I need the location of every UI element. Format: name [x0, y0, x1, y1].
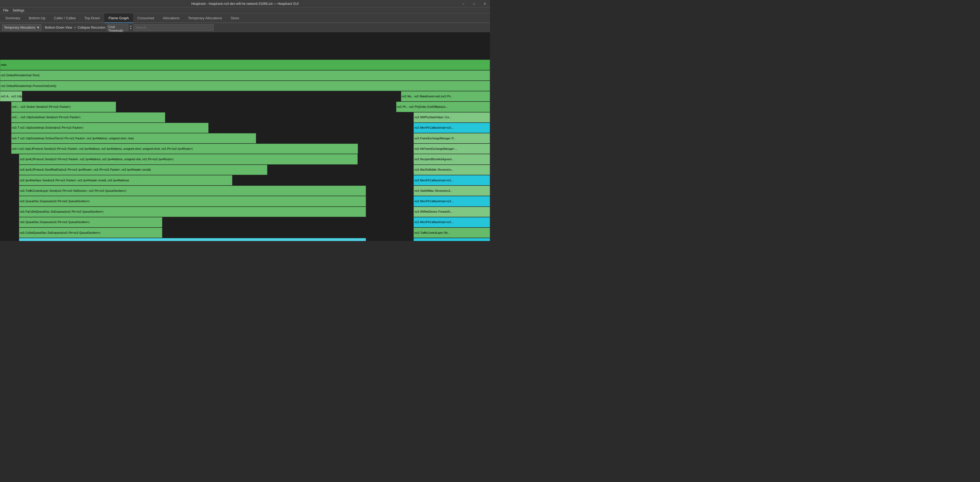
view-type-label: Bottom-Down View — [45, 26, 72, 29]
cost-threshold-input[interactable]: Cost Threshold: 0,10% — [107, 24, 128, 31]
maximize-button[interactable]: □ — [469, 0, 479, 8]
flame-block[interactable]: ns3::MemPtrCallbackImpl<ns3:... — [414, 196, 490, 206]
flame-block[interactable]: ns3::MemPtrCallbackImpl<ns3:... — [414, 238, 490, 241]
view-select-label: Temporary Allocations — [4, 26, 35, 29]
flame-block[interactable]: ns3::Ipv4L3Protocol::SendRealOut(ns3::Pt… — [19, 165, 267, 175]
tab-summary[interactable]: Summary — [1, 13, 25, 23]
window-controls: ─ □ ✕ — [458, 0, 490, 8]
flame-area: mainns3::DefaultSimulatorImpl::Run()ns3:… — [0, 32, 490, 241]
flame-block[interactable]: ns3::T ns3::UdpSocketImpl::DoSendTo(ns3:… — [11, 133, 256, 144]
tab-caller-callee[interactable]: Caller / Callee — [50, 13, 80, 23]
tab-bottom-up[interactable]: Bottom-Up — [25, 13, 50, 23]
flame-block[interactable]: ns3::DefaultSimulatorImpl::ProcessOneEve… — [0, 81, 490, 91]
flame-block[interactable]: ns3::... ns3::Socket::Send(ns3::Ptr<ns3:… — [11, 102, 116, 112]
flame-block[interactable]: ns3::MemPtrCallbackImpl<ns3:... — [414, 217, 490, 227]
flame-block[interactable]: ns3::T ns3::UdpSocketImpl::DoSend(ns3::P… — [11, 123, 208, 133]
flame-block[interactable]: ns3::CoDelQueueDisc::DoEnqueue(ns3::Ptr<… — [19, 228, 162, 238]
flame-block[interactable]: ns3::I ns3::UdpL4Protocol::Send(ns3::Ptr… — [11, 144, 358, 154]
flame-block[interactable]: ns3::MemPtrCallbackImpl<ns3:... — [414, 175, 490, 185]
flame-block[interactable]: ns3::Ma... ns3::MakeEvent<void (ns3::Ph.… — [401, 91, 490, 101]
flame-block[interactable]: ns3::WifiNetDevice::ForwardU... — [414, 207, 490, 217]
flame-block[interactable]: ns3::RecipientBlockAckAgreem... — [414, 154, 490, 164]
collapse-recursion-label: Collapse Recursion — [78, 26, 105, 29]
flame-block[interactable]: ns3::... ns3::UdpSocketImpl::Send(ns3::P… — [11, 112, 165, 123]
tab-temporary-allocations[interactable]: Temporary Allocations — [184, 13, 226, 23]
flame-graph-container: mainns3::DefaultSimulatorImpl::Run()ns3:… — [0, 32, 490, 241]
flame-block[interactable]: ns3::HeFrameExchangeManager::... — [414, 144, 490, 154]
flame-block[interactable]: ns3::StaWifiMac::Receive(ns3... — [414, 186, 490, 196]
menu-settings[interactable]: Settings — [10, 8, 26, 13]
view-select[interactable]: Temporary Allocations ▼ — [2, 24, 41, 31]
title-bar: Heaptrack - heaptrack.ns3-dev-wifi-he-ne… — [0, 0, 490, 8]
flame-block[interactable]: ns3::DefaultSimulatorImpl::Run() — [0, 70, 490, 80]
flame-block[interactable]: ns3::A... ns3::UdpClient::Send() — [0, 91, 22, 101]
flame-block[interactable]: ns3::Ipv4L3Protocol::Send(ns3::Ptr<ns3::… — [19, 154, 357, 164]
flame-block[interactable]: ns3::MacRxMiddle::Receive(ns... — [414, 165, 490, 175]
minimize-button[interactable]: ─ — [458, 0, 469, 8]
collapse-recursion-check[interactable]: ✓ Collapse Recursion — [74, 26, 105, 29]
tab-allocations[interactable]: Allocations — [159, 13, 184, 23]
flame-block[interactable]: ns3::Ph... ns3::PhyEntity::EndOfMpdu(ns.… — [396, 102, 490, 112]
cost-threshold-container: Cost Threshold: 0,10% ▲ ▼ — [107, 24, 132, 31]
toolbar-separator-1 — [43, 25, 43, 30]
tab-bar: Summary Bottom-Up Caller / Callee Top-Do… — [0, 13, 490, 23]
cost-threshold-spinner[interactable]: ▲ ▼ — [130, 25, 132, 30]
tab-sizes[interactable]: Sizes — [226, 13, 243, 23]
tab-flame-graph[interactable]: Flame Graph — [104, 13, 133, 23]
tab-top-down[interactable]: Top-Down — [80, 13, 104, 23]
flame-block[interactable]: ns3::TrafficControlLayer::Re... — [414, 228, 490, 238]
checkmark-icon: ✓ — [74, 26, 76, 29]
search-input[interactable] — [134, 24, 213, 31]
tab-consumed[interactable]: Consumed — [133, 13, 159, 23]
flame-block[interactable]: ns3::MemPtrCallbackImpl<ns3:... — [414, 123, 490, 133]
flame-block[interactable]: ns3::FrameExchangeManager::P... — [414, 133, 490, 144]
close-button[interactable]: ✕ — [479, 0, 490, 8]
flame-block[interactable]: ns3::TrafficControlLayer::Send(ns3::Ptr<… — [19, 186, 366, 196]
flame-block[interactable]: ns3::QueueDisc::Enqueue(ns3::Ptr<ns3::Qu… — [19, 217, 162, 227]
menu-file[interactable]: File — [1, 8, 10, 13]
flame-block[interactable]: ns3::QueueDisc::Enqueue(ns3::Ptr<ns3::Qu… — [19, 196, 366, 206]
dropdown-arrow-icon: ▼ — [37, 26, 40, 29]
menu-bar: File Settings — [0, 8, 490, 13]
window-title: Heaptrack - heaptrack.ns3-dev-wifi-he-ne… — [191, 2, 299, 6]
flame-block[interactable]: ns3::WifiPhyStateHelper::Cor... — [414, 112, 490, 123]
flame-block[interactable]: ns3::QueueDisc::DropBeforeEnqueue(ns3::P… — [19, 238, 366, 241]
flame-block[interactable]: ns3::Ipv4Interface::Send(ns3::Ptr<ns3::P… — [19, 175, 232, 185]
flame-block[interactable]: main — [0, 60, 490, 70]
toolbar: Temporary Allocations ▼ Bottom-Down View… — [0, 23, 490, 32]
flame-block[interactable]: ns3::FqCoDelQueueDisc::DoEnqueue(ns3::Pt… — [19, 207, 366, 217]
